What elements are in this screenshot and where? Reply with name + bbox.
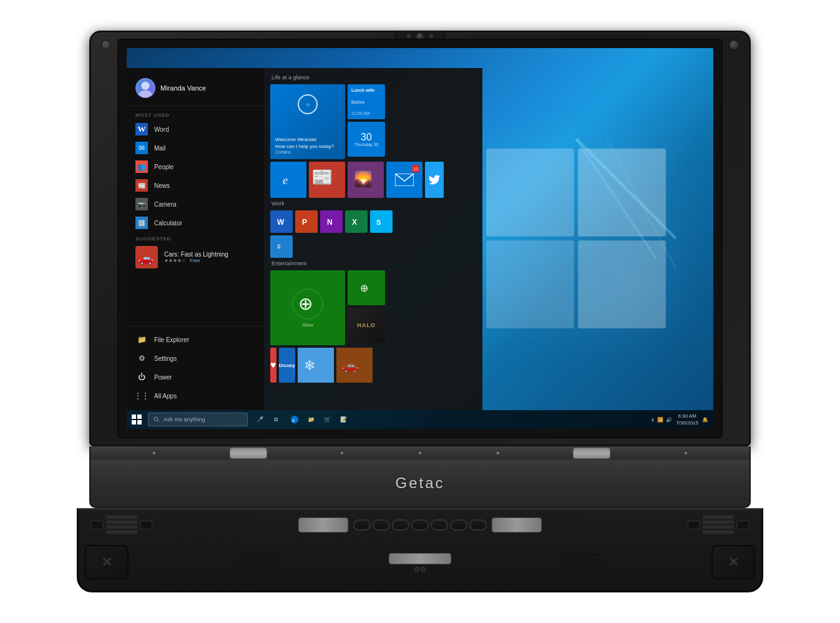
svg-text:⊕: ⊕ <box>360 283 368 293</box>
right-end: ✕ <box>711 545 755 579</box>
edge-tiles-row: e 📰 <box>270 162 476 198</box>
camera-dot-left <box>406 34 411 39</box>
menu-item-news-label: News <box>154 182 170 189</box>
speaker-grille-left <box>237 551 281 574</box>
tile-iheartradio[interactable]: ♥ <box>270 348 276 383</box>
tile-skype[interactable]: S <box>370 210 393 233</box>
latch-left <box>298 518 348 532</box>
taskbar-store-icon[interactable]: 🛒 <box>320 413 334 426</box>
speaker-dot-row-4 <box>239 565 279 567</box>
svg-text:#: # <box>277 243 281 250</box>
svg-text:🌄: 🌄 <box>354 170 373 188</box>
taskbar-edge-icon[interactable]: e <box>288 413 301 426</box>
taskbar-mic-icon[interactable]: 🎤 <box>253 413 266 426</box>
menu-item-power-label: Power <box>154 374 172 381</box>
tile-mail-wrapper[interactable]: 10 <box>386 162 422 198</box>
menu-item-word[interactable]: W Word <box>127 120 264 139</box>
menu-item-mail[interactable]: ✉ Mail <box>127 139 264 157</box>
tile-microsoft-edge[interactable]: e <box>270 162 306 198</box>
svg-text:S: S <box>376 218 381 226</box>
handle-grip-top <box>389 553 451 564</box>
tray-network[interactable]: 📶 <box>657 417 663 423</box>
taskbar-search[interactable]: Ask me anything <box>148 413 248 426</box>
bottom-bar-center <box>298 518 542 532</box>
left-port-area <box>91 516 152 534</box>
tile-news[interactable]: 📰 <box>309 162 345 198</box>
speaker-grille-right <box>559 551 604 574</box>
settings-icon: ⚙ <box>135 352 148 365</box>
start-menu-tiles: Life at a glance ○ Welcome Miranda! How … <box>264 68 482 410</box>
suggested-app[interactable]: 🚗 Cars: Fast as Lightning ★★★★☆ Free <box>127 243 264 271</box>
menu-item-settings[interactable]: ⚙ Settings <box>127 349 264 368</box>
tray-volume[interactable]: 🔊 <box>666 417 672 423</box>
x-handle-left-icon: ✕ <box>101 554 112 571</box>
camera-icon: 📷 <box>135 198 148 210</box>
svg-text:e: e <box>283 174 288 187</box>
laptop-lid: Miranda Vance Most Used W Word ✉ Mail <box>89 31 751 446</box>
laptop-wrapper: Miranda Vance Most Used W Word ✉ Mail <box>77 31 763 592</box>
menu-item-file-explorer[interactable]: 📁 File Explorer <box>127 330 264 349</box>
menu-item-all-apps[interactable]: ⋮⋮ All Apps <box>127 386 264 405</box>
taskbar-quick-icons: 🎤 ⧉ <box>253 413 283 426</box>
tile-disney[interactable]: Disney <box>279 348 295 383</box>
taskbar-notepad-icon[interactable]: 📝 <box>336 413 350 426</box>
most-used-label: Most Used <box>127 109 264 120</box>
life-tiles: ○ Welcome Miranda! How can I help you to… <box>270 84 476 159</box>
svg-rect-34 <box>298 348 334 383</box>
tile-onenote[interactable]: N <box>320 210 343 233</box>
tile-halo[interactable]: HALO <box>348 308 385 343</box>
tile-cortana[interactable]: ○ Welcome Miranda! How can I help you to… <box>270 84 345 159</box>
svg-text:e: e <box>292 418 295 423</box>
taskbar-clock[interactable]: 6:30 AM 7/30/2015 <box>676 413 698 426</box>
clock-date: 7/30/2015 <box>676 419 698 426</box>
tile-twitter[interactable] <box>425 162 444 198</box>
suggested-label: Suggested <box>127 232 264 243</box>
hinge-screw-center <box>418 451 422 456</box>
tile-xbox[interactable]: ⊕ Xbox <box>270 270 345 345</box>
menu-item-news[interactable]: 📰 News <box>127 176 264 195</box>
tile-powerpoint[interactable]: P <box>295 210 318 233</box>
tile-word[interactable]: W <box>270 210 293 233</box>
hinge-bar <box>89 446 751 459</box>
suggested-app-info: Cars: Fast as Lightning ★★★★☆ Free <box>164 251 228 263</box>
user-profile[interactable]: Miranda Vance <box>127 73 264 106</box>
ent-bottom-tiles: ♥ Disney ❄ <box>270 348 476 383</box>
menu-item-power[interactable]: ⏻ Power <box>127 368 264 386</box>
tile-calculator[interactable]: # <box>270 235 293 258</box>
tile-calendar[interactable]: 30 Thursday 30 <box>348 122 385 157</box>
menu-item-all-apps-label: All Apps <box>154 393 177 400</box>
people-icon: 👥 <box>135 160 148 173</box>
cortana-brand: Cortana <box>275 150 340 154</box>
center-ovals <box>353 519 487 531</box>
menu-item-camera[interactable]: 📷 Camera <box>127 195 264 213</box>
tile-car[interactable]: 🚗 <box>336 348 373 383</box>
menu-item-calculator[interactable]: 🔢 Calculator <box>127 213 264 232</box>
tile-frozen[interactable]: ❄ <box>298 348 334 383</box>
action-center-icon[interactable]: 🔔 <box>702 417 708 423</box>
svg-text:📰: 📰 <box>311 167 333 187</box>
start-button[interactable] <box>127 410 147 429</box>
taskbar-taskview-icon[interactable]: ⧉ <box>269 413 283 426</box>
bottom-grille-area: ✕ <box>79 541 761 584</box>
news-icon: 📰 <box>135 179 148 192</box>
suggested-app-meta: ★★★★☆ Free <box>164 258 228 263</box>
svg-text:⊕: ⊕ <box>298 294 313 313</box>
power-icon: ⏻ <box>135 371 148 383</box>
port-right-2 <box>736 521 749 529</box>
left-end-piece: ✕ <box>85 545 129 579</box>
latch-hook-right <box>573 448 610 459</box>
speaker-dot-row-5 <box>239 569 279 571</box>
menu-item-people[interactable]: 👥 People <box>127 157 264 176</box>
svg-text:❄: ❄ <box>304 358 315 373</box>
center-handle <box>389 553 451 572</box>
tile-photos[interactable]: 🌄 <box>348 162 384 198</box>
taskbar-explorer-icon[interactable]: 📁 <box>304 413 318 426</box>
tile-lunch[interactable]: Lunch with Barbra 11:00 AM <box>348 84 385 119</box>
oval-2 <box>373 519 390 531</box>
bottom-bar: ✕ <box>77 508 763 592</box>
tray-up-arrow[interactable]: ∧ <box>651 417 655 423</box>
svg-rect-41 <box>137 420 142 424</box>
tile-excel[interactable]: X <box>345 210 368 233</box>
handle-screw-1 <box>414 567 419 572</box>
tile-xbox-small[interactable]: ⊕ <box>348 270 385 305</box>
